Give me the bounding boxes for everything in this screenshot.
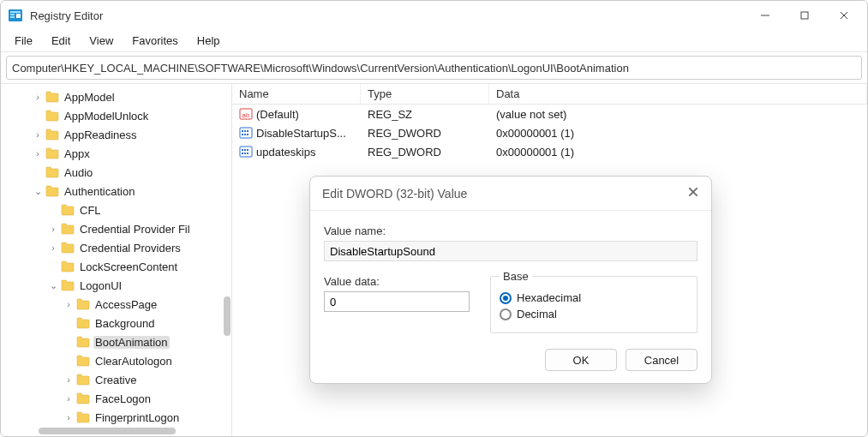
tree-item[interactable]: ›AppModel <box>1 87 231 106</box>
tree-item[interactable]: ›AppModelUnlock <box>1 106 231 125</box>
chevron-right-icon[interactable]: › <box>63 412 75 422</box>
chevron-right-icon[interactable]: › <box>32 129 44 140</box>
tree-horizontal-scrollbar[interactable] <box>21 428 218 434</box>
edit-dword-dialog: Edit DWORD (32-bit) Value Value name: Va… <box>309 176 712 384</box>
tree-item[interactable]: ⌄Authentication <box>1 182 231 201</box>
menu-edit[interactable]: Edit <box>43 32 79 50</box>
string-value-icon: ab <box>239 107 253 121</box>
tree-item[interactable]: ⌄LogonUI <box>1 276 231 295</box>
value-data: (value not set) <box>489 108 867 121</box>
svg-rect-12 <box>242 130 243 132</box>
minimize-button[interactable] <box>745 1 785 30</box>
chevron-right-icon[interactable]: › <box>63 393 75 404</box>
svg-rect-11 <box>240 128 252 138</box>
cancel-button[interactable]: Cancel <box>626 349 697 371</box>
svg-rect-22 <box>242 153 243 154</box>
dialog-buttons: OK Cancel <box>310 338 711 383</box>
tree-item-label: Audio <box>63 166 94 179</box>
menu-help[interactable]: Help <box>189 32 229 50</box>
tree-item-label: AppModel <box>63 91 117 104</box>
column-data[interactable]: Data <box>489 84 867 104</box>
tree-item-label: LogonUI <box>78 279 123 292</box>
value-type: REG_DWORD <box>361 127 489 140</box>
column-name[interactable]: Name <box>232 84 361 104</box>
chevron-right-icon[interactable]: › <box>63 299 75 309</box>
tree-item[interactable]: ›Background <box>1 314 231 332</box>
tree-scrollbar[interactable] <box>223 84 231 436</box>
tree-item[interactable]: ›ClearAutologon <box>1 351 231 370</box>
chevron-right-icon[interactable]: › <box>32 92 44 102</box>
tree-item-label: Credential Provider Fil <box>78 223 192 236</box>
tree-item-label: BootAnimation <box>93 336 170 349</box>
dialog-body: Value name: Value data: Base Hexadecimal <box>310 211 711 338</box>
tree-item[interactable]: ›FingerprintLogon <box>1 408 231 427</box>
tree-item[interactable]: ›CFL <box>1 201 231 219</box>
tree-item[interactable]: ›LockScreenContent <box>1 257 231 276</box>
tree-item[interactable]: ›Creative <box>1 370 231 389</box>
tree-item[interactable]: ›FaceLogon <box>1 389 231 408</box>
value-row[interactable]: updateskipsREG_DWORD0x00000001 (1) <box>232 142 867 161</box>
svg-rect-20 <box>244 149 246 151</box>
column-type[interactable]: Type <box>361 84 489 104</box>
value-type: REG_SZ <box>361 108 489 121</box>
folder-icon <box>76 392 90 404</box>
tree-item-label: AppReadiness <box>63 129 139 141</box>
folder-icon <box>45 147 59 159</box>
base-fieldset: Base Hexadecimal Decimal <box>490 270 697 333</box>
close-button[interactable] <box>824 1 864 30</box>
tree-item[interactable]: ›BootAnimation <box>1 332 231 351</box>
svg-rect-1 <box>10 11 21 13</box>
chevron-down-icon[interactable]: ⌄ <box>47 280 59 291</box>
window-controls <box>745 1 864 30</box>
folder-icon <box>76 336 90 348</box>
menubar: File Edit View Favorites Help <box>1 30 867 52</box>
svg-rect-13 <box>244 130 246 132</box>
tree-item[interactable]: ›AccessPage <box>1 295 231 314</box>
tree-item[interactable]: ›Appx <box>1 144 231 163</box>
folder-icon <box>61 223 75 235</box>
value-row[interactable]: DisableStartupS...REG_DWORD0x00000001 (1… <box>232 123 867 142</box>
menu-favorites[interactable]: Favorites <box>123 32 186 50</box>
folder-icon <box>76 411 90 423</box>
maximize-button[interactable] <box>785 1 824 30</box>
tree-item-label: FingerprintLogon <box>93 411 181 424</box>
tree-item[interactable]: ›Credential Provider Fil <box>1 219 231 238</box>
value-data-input[interactable] <box>324 291 470 312</box>
value-data: 0x00000001 (1) <box>489 127 867 140</box>
radio-hex-label: Hexadecimal <box>517 291 581 304</box>
tree-item[interactable]: ›Audio <box>1 163 231 182</box>
menu-view[interactable]: View <box>81 32 122 50</box>
tree-item[interactable]: ›AppReadiness <box>1 125 231 144</box>
chevron-right-icon[interactable]: › <box>63 374 75 385</box>
svg-rect-19 <box>242 149 243 151</box>
value-row[interactable]: ab(Default)REG_SZ(value not set) <box>232 105 867 123</box>
menu-file[interactable]: File <box>6 32 41 50</box>
tree-pane[interactable]: ›AppModel›AppModelUnlock›AppReadiness›Ap… <box>1 84 232 436</box>
chevron-down-icon[interactable]: ⌄ <box>32 186 44 197</box>
tree-item-label: FaceLogon <box>93 392 153 405</box>
dialog-close-button[interactable] <box>687 186 699 201</box>
svg-rect-6 <box>801 12 808 19</box>
titlebar: Registry Editor <box>1 1 867 30</box>
chevron-right-icon[interactable]: › <box>47 242 59 253</box>
svg-rect-3 <box>10 16 15 18</box>
svg-rect-21 <box>247 149 248 151</box>
radio-icon <box>500 308 512 320</box>
list-header: Name Type Data <box>232 84 867 105</box>
address-bar[interactable]: Computer\HKEY_LOCAL_MACHINE\SOFTWARE\Mic… <box>6 56 862 80</box>
radio-decimal[interactable]: Decimal <box>500 308 688 320</box>
chevron-right-icon[interactable]: › <box>32 148 44 159</box>
tree-item-label: Authentication <box>63 185 136 198</box>
tree-item-label: Credential Providers <box>78 242 183 254</box>
ok-button[interactable]: OK <box>545 349 617 371</box>
dialog-titlebar: Edit DWORD (32-bit) Value <box>310 177 711 211</box>
folder-icon <box>61 260 75 272</box>
chevron-right-icon[interactable]: › <box>47 224 59 234</box>
tree-item[interactable]: ›Credential Providers <box>1 238 231 257</box>
value-name-input[interactable] <box>324 241 697 261</box>
regedit-icon <box>8 8 23 23</box>
folder-icon <box>45 129 59 141</box>
radio-hexadecimal[interactable]: Hexadecimal <box>500 291 688 304</box>
registry-editor-window: Registry Editor File Edit View Favorites… <box>0 0 868 437</box>
svg-rect-23 <box>244 153 246 154</box>
